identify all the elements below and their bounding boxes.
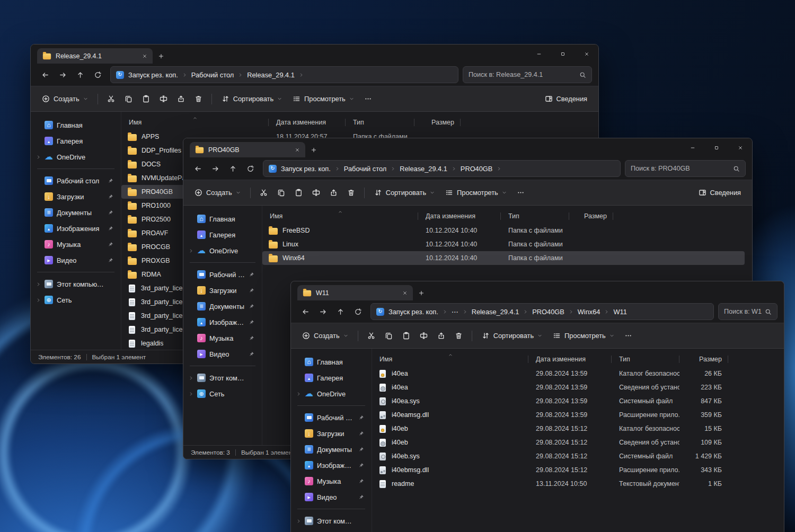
maximize-button[interactable]: [551, 45, 575, 64]
sidebar-item[interactable]: Документы: [187, 298, 259, 314]
file-row[interactable]: Linux 10.12.2024 10:40 Папка с файлами: [262, 237, 745, 251]
address-bar[interactable]: Запуск рез. коп. Рабочий стол Release_29…: [110, 66, 458, 83]
maximize-button[interactable]: [704, 138, 728, 157]
minimize-button[interactable]: [527, 45, 551, 64]
sidebar-item[interactable]: Рабочий стол: [187, 267, 259, 282]
file-row[interactable]: i40eb 29.08.2024 15:12 Каталог безопасно…: [372, 422, 776, 436]
search-input[interactable]: Поиск в: Release_29.4.1: [463, 66, 592, 83]
new-tab-button[interactable]: [158, 53, 164, 59]
chevron-right-icon[interactable]: [296, 519, 301, 524]
share-button[interactable]: [433, 327, 449, 344]
column-header-size[interactable]: Размер: [679, 352, 728, 367]
sidebar-item[interactable]: Сеть: [187, 386, 259, 402]
view-button[interactable]: Просмотреть: [288, 91, 359, 107]
delete-button[interactable]: [190, 91, 207, 107]
sidebar-item[interactable]: Рабочий стол: [34, 173, 118, 189]
breadcrumb-segment[interactable]: Запуск рез. коп.: [281, 165, 340, 173]
address-bar[interactable]: Запуск рез. коп. Рабочий стол Release_29…: [263, 160, 621, 177]
breadcrumb-segment[interactable]: ⋯: [452, 308, 467, 316]
sort-button[interactable]: Сортировать: [369, 185, 439, 200]
more-options-button[interactable]: [513, 184, 529, 201]
sidebar-item[interactable]: Главная: [187, 211, 259, 227]
column-header-type[interactable]: Тип: [501, 209, 569, 224]
paste-button[interactable]: [398, 327, 414, 344]
refresh-button[interactable]: [350, 304, 366, 320]
cut-button[interactable]: [255, 184, 272, 201]
sidebar-item[interactable]: Главная: [294, 354, 368, 370]
sidebar-item[interactable]: Загрузки: [294, 425, 368, 441]
sidebar-item[interactable]: Изображения: [34, 220, 118, 236]
sidebar-item[interactable]: Этот компьютер: [34, 276, 118, 292]
sidebar-item[interactable]: OneDrive: [294, 386, 368, 402]
sidebar-item[interactable]: Документы: [294, 441, 368, 457]
sidebar-item[interactable]: Галерея: [34, 133, 118, 149]
up-button[interactable]: [332, 304, 349, 320]
sidebar-item[interactable]: Загрузки: [187, 282, 259, 298]
forward-button[interactable]: [55, 67, 71, 83]
sidebar-item[interactable]: Музыка: [34, 236, 118, 252]
chevron-right-icon[interactable]: [497, 166, 501, 171]
file-row[interactable]: Winx64 10.12.2024 10:40 Папка с файлами: [262, 251, 745, 265]
cut-button[interactable]: [103, 91, 119, 107]
chevron-right-icon[interactable]: [182, 73, 187, 77]
sidebar-item[interactable]: Видео: [294, 489, 368, 505]
minimize-button[interactable]: [681, 138, 704, 157]
chevron-right-icon[interactable]: [36, 298, 41, 303]
chevron-right-icon[interactable]: [296, 392, 301, 396]
close-button[interactable]: [575, 45, 598, 64]
chevron-right-icon[interactable]: [604, 309, 609, 314]
tab-w11[interactable]: W11: [297, 285, 413, 300]
file-row[interactable]: i40eb.sys 29.08.2024 15:12 Системный фай…: [372, 449, 776, 463]
sidebar-item[interactable]: Рабочий стол: [294, 410, 368, 425]
view-button[interactable]: Просмотреть: [440, 185, 511, 200]
column-header-name[interactable]: Имя: [372, 352, 528, 367]
search-input[interactable]: Поиск в: PRO40GB: [625, 160, 746, 177]
tab-close-button[interactable]: [294, 146, 301, 154]
breadcrumb-segment[interactable]: W11: [613, 308, 635, 316]
rename-button[interactable]: [416, 327, 432, 344]
breadcrumb-segment[interactable]: Winx64: [578, 308, 610, 316]
file-row[interactable]: i40eamsg.dll 29.08.2024 13:59 Расширение…: [372, 408, 776, 422]
breadcrumb-segment[interactable]: PRO40GB: [461, 165, 501, 173]
sidebar-item[interactable]: Загрузки: [34, 189, 118, 205]
file-row[interactable]: i40ea.sys 29.08.2024 13:59 Системный фай…: [372, 394, 776, 408]
sidebar-item[interactable]: Этот компьютер: [294, 513, 368, 529]
search-input[interactable]: Поиск в: W11: [718, 303, 778, 320]
sidebar-item[interactable]: OneDrive: [187, 243, 259, 259]
sidebar-item[interactable]: [190, 366, 255, 366]
rename-button[interactable]: [308, 184, 324, 201]
chevron-right-icon[interactable]: [335, 166, 340, 171]
breadcrumb-segment[interactable]: Release_29.4.1: [247, 71, 304, 79]
column-header-date[interactable]: Дата изменения: [269, 115, 346, 130]
breadcrumb-segment[interactable]: Release_29.4.1: [472, 308, 528, 316]
sidebar-item[interactable]: Изображения: [294, 457, 368, 473]
sidebar-item[interactable]: [37, 272, 114, 272]
up-button[interactable]: [72, 67, 89, 83]
column-header-type[interactable]: Тип: [612, 352, 679, 367]
chevron-right-icon[interactable]: [189, 249, 193, 253]
file-row[interactable]: i40ea 29.08.2024 13:59 Сведения об устан…: [372, 380, 776, 394]
column-header-type[interactable]: Тип: [346, 115, 414, 130]
view-button[interactable]: Просмотреть: [548, 328, 619, 343]
sidebar-item[interactable]: [297, 405, 365, 406]
chevron-right-icon[interactable]: [523, 309, 528, 314]
sidebar-item[interactable]: Музыка: [187, 330, 259, 346]
chevron-right-icon[interactable]: [443, 309, 447, 314]
delete-button[interactable]: [343, 184, 359, 201]
forward-button[interactable]: [315, 304, 331, 320]
create-button[interactable]: Создать: [190, 185, 245, 200]
create-button[interactable]: Создать: [297, 328, 353, 343]
chevron-right-icon[interactable]: [299, 73, 304, 77]
details-pane-button[interactable]: Сведения: [540, 91, 592, 107]
sort-button[interactable]: Сортировать: [217, 91, 287, 107]
paste-button[interactable]: [290, 184, 307, 201]
chevron-right-icon[interactable]: [452, 166, 456, 171]
sidebar-item[interactable]: Галерея: [294, 370, 368, 386]
sort-button[interactable]: Сортировать: [477, 328, 547, 343]
breadcrumb-segment[interactable]: PRO40GB: [532, 308, 573, 316]
more-options-button[interactable]: [620, 327, 637, 344]
chevron-right-icon[interactable]: [189, 376, 193, 380]
chevron-right-icon[interactable]: [391, 166, 395, 171]
sidebar-item[interactable]: Главная: [34, 117, 118, 133]
titlebar[interactable]: W11: [291, 281, 784, 300]
